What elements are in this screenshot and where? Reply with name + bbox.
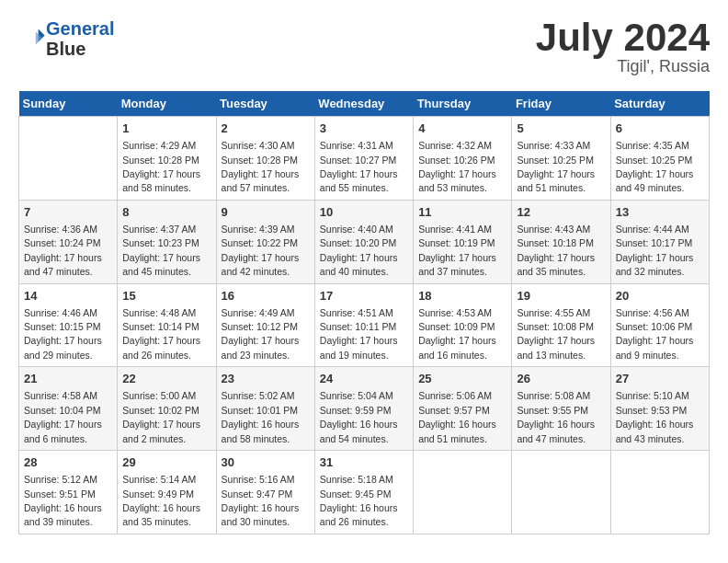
calendar-cell: 23Sunrise: 5:02 AM Sunset: 10:01 PM Dayl… — [216, 367, 314, 451]
weekday-header: Saturday — [610, 91, 709, 117]
day-info: Sunrise: 5:10 AM Sunset: 9:53 PM Dayligh… — [616, 390, 694, 443]
day-number: 3 — [320, 121, 408, 137]
day-info: Sunrise: 4:40 AM Sunset: 10:20 PM Daylig… — [320, 224, 398, 277]
calendar-header-row: SundayMondayTuesdayWednesdayThursdayFrid… — [19, 91, 710, 117]
day-number: 5 — [517, 121, 605, 137]
day-number: 21 — [24, 371, 112, 387]
calendar-cell: 29Sunrise: 5:14 AM Sunset: 9:49 PM Dayli… — [118, 451, 216, 534]
day-number: 23 — [222, 371, 310, 387]
day-number: 14 — [24, 288, 112, 304]
calendar-cell: 28Sunrise: 5:12 AM Sunset: 9:51 PM Dayli… — [19, 451, 118, 534]
day-number: 13 — [616, 204, 704, 221]
calendar-cell: 31Sunrise: 5:18 AM Sunset: 9:45 PM Dayli… — [314, 451, 413, 534]
day-number: 11 — [418, 204, 506, 221]
day-info: Sunrise: 5:06 AM Sunset: 9:57 PM Dayligh… — [418, 390, 496, 443]
month-title: July 2024 — [536, 18, 710, 57]
day-number: 1 — [122, 121, 210, 137]
calendar-cell: 3Sunrise: 4:31 AM Sunset: 10:27 PM Dayli… — [314, 117, 413, 201]
day-info: Sunrise: 5:12 AM Sunset: 9:51 PM Dayligh… — [24, 474, 102, 527]
day-info: Sunrise: 4:39 AM Sunset: 10:22 PM Daylig… — [222, 224, 300, 277]
calendar-cell: 19Sunrise: 4:55 AM Sunset: 10:08 PM Dayl… — [512, 283, 610, 367]
logo-icon — [20, 24, 46, 50]
day-number: 17 — [320, 288, 408, 304]
weekday-header: Friday — [512, 91, 610, 117]
day-info: Sunrise: 4:51 AM Sunset: 10:11 PM Daylig… — [320, 307, 398, 361]
day-info: Sunrise: 4:48 AM Sunset: 10:14 PM Daylig… — [122, 307, 200, 361]
title-block: July 2024 Tigil', Russia — [536, 18, 710, 76]
calendar-cell: 5Sunrise: 4:33 AM Sunset: 10:25 PM Dayli… — [512, 117, 610, 201]
calendar-week-row: 14Sunrise: 4:46 AM Sunset: 10:15 PM Dayl… — [19, 283, 710, 367]
day-info: Sunrise: 4:31 AM Sunset: 10:27 PM Daylig… — [320, 140, 398, 193]
day-number: 2 — [222, 121, 310, 137]
calendar-cell: 10Sunrise: 4:40 AM Sunset: 10:20 PM Dayl… — [314, 200, 413, 283]
day-info: Sunrise: 5:18 AM Sunset: 9:45 PM Dayligh… — [320, 474, 398, 527]
day-info: Sunrise: 4:36 AM Sunset: 10:24 PM Daylig… — [24, 224, 102, 277]
calendar-cell: 17Sunrise: 4:51 AM Sunset: 10:11 PM Dayl… — [314, 283, 413, 367]
day-number: 20 — [616, 288, 704, 304]
calendar-cell: 9Sunrise: 4:39 AM Sunset: 10:22 PM Dayli… — [216, 200, 314, 283]
calendar-cell — [19, 117, 118, 201]
calendar-cell: 25Sunrise: 5:06 AM Sunset: 9:57 PM Dayli… — [414, 367, 512, 451]
day-number: 26 — [517, 371, 605, 387]
logo: General Blue — [18, 18, 114, 59]
calendar-cell: 13Sunrise: 4:44 AM Sunset: 10:17 PM Dayl… — [610, 200, 709, 283]
logo-text-general: General — [46, 18, 114, 39]
calendar-cell: 7Sunrise: 4:36 AM Sunset: 10:24 PM Dayli… — [19, 200, 118, 283]
calendar-week-row: 28Sunrise: 5:12 AM Sunset: 9:51 PM Dayli… — [19, 451, 710, 534]
calendar-cell: 26Sunrise: 5:08 AM Sunset: 9:55 PM Dayli… — [512, 367, 610, 451]
day-info: Sunrise: 5:02 AM Sunset: 10:01 PM Daylig… — [222, 390, 300, 443]
day-info: Sunrise: 5:00 AM Sunset: 10:02 PM Daylig… — [122, 390, 200, 443]
calendar-cell — [512, 451, 610, 534]
day-number: 25 — [418, 371, 506, 387]
day-number: 4 — [418, 121, 506, 137]
calendar-week-row: 1Sunrise: 4:29 AM Sunset: 10:28 PM Dayli… — [19, 117, 710, 201]
day-number: 18 — [418, 288, 506, 304]
day-info: Sunrise: 4:56 AM Sunset: 10:06 PM Daylig… — [616, 307, 694, 361]
calendar-cell: 14Sunrise: 4:46 AM Sunset: 10:15 PM Dayl… — [19, 283, 118, 367]
logo-text-blue: Blue — [46, 39, 85, 59]
day-number: 28 — [24, 454, 112, 471]
day-info: Sunrise: 5:14 AM Sunset: 9:49 PM Dayligh… — [122, 474, 200, 527]
calendar-cell: 16Sunrise: 4:49 AM Sunset: 10:12 PM Dayl… — [216, 283, 314, 367]
day-number: 16 — [222, 288, 310, 304]
day-number: 10 — [320, 204, 408, 221]
day-info: Sunrise: 4:55 AM Sunset: 10:08 PM Daylig… — [517, 307, 595, 361]
day-info: Sunrise: 5:08 AM Sunset: 9:55 PM Dayligh… — [517, 390, 595, 443]
page-header: General Blue July 2024 Tigil', Russia — [18, 18, 710, 76]
weekday-header: Thursday — [414, 91, 512, 117]
day-number: 15 — [122, 288, 210, 304]
day-number: 7 — [24, 204, 112, 221]
day-info: Sunrise: 5:04 AM Sunset: 9:59 PM Dayligh… — [320, 390, 398, 443]
calendar-cell: 18Sunrise: 4:53 AM Sunset: 10:09 PM Dayl… — [414, 283, 512, 367]
calendar-cell: 24Sunrise: 5:04 AM Sunset: 9:59 PM Dayli… — [314, 367, 413, 451]
day-info: Sunrise: 4:58 AM Sunset: 10:04 PM Daylig… — [24, 390, 102, 443]
calendar-cell: 20Sunrise: 4:56 AM Sunset: 10:06 PM Dayl… — [610, 283, 709, 367]
day-info: Sunrise: 4:49 AM Sunset: 10:12 PM Daylig… — [222, 307, 300, 361]
day-number: 27 — [616, 371, 704, 387]
day-info: Sunrise: 4:30 AM Sunset: 10:28 PM Daylig… — [222, 140, 300, 193]
calendar-cell: 4Sunrise: 4:32 AM Sunset: 10:26 PM Dayli… — [414, 117, 512, 201]
weekday-header: Tuesday — [216, 91, 314, 117]
day-number: 29 — [122, 454, 210, 471]
calendar-cell: 6Sunrise: 4:35 AM Sunset: 10:25 PM Dayli… — [610, 117, 709, 201]
calendar-cell: 30Sunrise: 5:16 AM Sunset: 9:47 PM Dayli… — [216, 451, 314, 534]
day-info: Sunrise: 4:29 AM Sunset: 10:28 PM Daylig… — [122, 140, 200, 193]
calendar-week-row: 7Sunrise: 4:36 AM Sunset: 10:24 PM Dayli… — [19, 200, 710, 283]
day-info: Sunrise: 4:53 AM Sunset: 10:09 PM Daylig… — [418, 307, 496, 361]
calendar-cell — [414, 451, 512, 534]
calendar-cell: 8Sunrise: 4:37 AM Sunset: 10:23 PM Dayli… — [118, 200, 216, 283]
day-number: 22 — [122, 371, 210, 387]
day-number: 8 — [122, 204, 210, 221]
day-number: 12 — [517, 204, 605, 221]
day-info: Sunrise: 4:46 AM Sunset: 10:15 PM Daylig… — [24, 307, 102, 361]
day-number: 31 — [320, 454, 408, 471]
calendar-cell: 11Sunrise: 4:41 AM Sunset: 10:19 PM Dayl… — [414, 200, 512, 283]
day-info: Sunrise: 5:16 AM Sunset: 9:47 PM Dayligh… — [222, 474, 300, 527]
day-number: 6 — [616, 121, 704, 137]
calendar-cell: 21Sunrise: 4:58 AM Sunset: 10:04 PM Dayl… — [19, 367, 118, 451]
day-info: Sunrise: 4:35 AM Sunset: 10:25 PM Daylig… — [616, 140, 694, 193]
day-number: 9 — [222, 204, 310, 221]
day-info: Sunrise: 4:44 AM Sunset: 10:17 PM Daylig… — [616, 224, 694, 277]
calendar-cell — [610, 451, 709, 534]
day-info: Sunrise: 4:33 AM Sunset: 10:25 PM Daylig… — [517, 140, 595, 193]
